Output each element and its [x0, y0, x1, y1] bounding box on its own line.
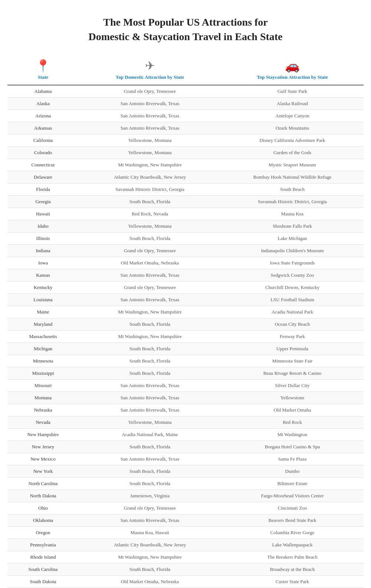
staycation-cell: Santa Fe Plaza — [221, 455, 364, 463]
state-cell: Nevada — [7, 419, 79, 426]
staycation-cell: Gulf State Park — [221, 88, 364, 95]
staycation-cell: Alaska Railroad — [221, 100, 364, 107]
table-row: Iowa Old Market Omaha, Nebraska Iowa Sta… — [7, 257, 364, 269]
domestic-cell: South Beach, Florida — [79, 370, 221, 377]
domestic-cell: Jamestown, Virginia — [79, 492, 221, 500]
table-row: Alaska San Antonio Riverwalk, Texas Alas… — [7, 98, 364, 110]
state-cell: New Mexico — [7, 455, 79, 463]
staycation-cell: Beau Rivage Resort & Casino — [221, 370, 364, 377]
state-cell: Montana — [7, 394, 79, 402]
plane-icon: ✈ — [145, 59, 155, 73]
state-cell: Minnesota — [7, 357, 79, 365]
table-row: North Dakota Jamestown, Virginia Fargo-M… — [7, 490, 364, 502]
domestic-cell: South Beach, Florida — [79, 321, 221, 328]
staycation-cell: Mauna Kea — [221, 210, 364, 218]
state-cell: Georgia — [7, 198, 79, 205]
domestic-cell: Mt Washington, New Hampshire — [79, 308, 221, 316]
state-cell: Florida — [7, 186, 79, 193]
staycation-cell: Indianapolis Children's Museum — [221, 247, 364, 254]
domestic-cell: Atlantic City Boardwalk, New Jersey — [79, 173, 221, 181]
table-row: Nevada Yellowstone, Montana Red Rock — [7, 416, 364, 429]
staycation-cell: Mt Washington — [221, 431, 364, 438]
staycation-cell: Yellowstone — [221, 394, 364, 402]
domestic-cell: Grand ole Opry, Tennessee — [79, 247, 221, 254]
state-cell: Hawaii — [7, 210, 79, 218]
state-cell: Arizona — [7, 112, 79, 120]
table-row: Louisiana San Antonio Riverwalk, Texas L… — [7, 294, 364, 306]
staycation-icon-cell: 🚗 Top Staycation Attraction by State — [221, 59, 364, 82]
table-row: Kentucky Grand ole Opry, Tennessee Churc… — [7, 282, 364, 294]
state-cell: Oregon — [7, 529, 79, 536]
state-cell: Arkansas — [7, 124, 79, 132]
staycation-cell: Garden of the Gods — [221, 149, 364, 156]
table-row: Massachusetts Mt Washington, New Hampshi… — [7, 331, 364, 343]
staycation-cell: Savannah Historic District, Georgia — [221, 198, 364, 205]
domestic-cell: Atlantic City Boardwalk, New Jersey — [79, 541, 221, 549]
staycation-cell: Shoshone Falls Park — [221, 222, 364, 230]
state-cell: California — [7, 137, 79, 144]
state-cell: South Dakota — [7, 578, 79, 585]
table-row: Illinois South Beach, Florida Lake Michi… — [7, 233, 364, 245]
table-row: South Carolina South Beach, Florida Broa… — [7, 563, 364, 576]
table-row: Montana San Antonio Riverwalk, Texas Yel… — [7, 392, 364, 404]
domestic-cell: Old Market Omaha, Nebraska — [79, 578, 221, 585]
staycation-cell: Ozark Mountains — [221, 124, 364, 132]
staycation-cell: Dumbo — [221, 468, 364, 475]
state-cell: Louisiana — [7, 296, 79, 303]
domestic-cell: Savannah Historic District, Georgia — [79, 186, 221, 193]
table-row: Alabama Grand ole Opry, Tennessee Gulf S… — [7, 85, 364, 98]
staycation-cell: Old Market Omaha — [221, 406, 364, 414]
staycation-cell: Red Rock — [221, 419, 364, 426]
table-row: Minnesota South Beach, Florida Minnesota… — [7, 355, 364, 367]
table-row: Oregon Mauna Kea, Hawaii Columbia River … — [7, 527, 364, 539]
table-row: Florida Savannah Historic District, Geor… — [7, 183, 364, 196]
table-row: Delaware Atlantic City Boardwalk, New Je… — [7, 171, 364, 183]
table-body: Alabama Grand ole Opry, Tennessee Gulf S… — [7, 85, 364, 588]
staycation-cell: Iowa State Fairgrounds — [221, 259, 364, 267]
location-icon: 📍 — [36, 59, 50, 73]
staycation-cell: Sedgwick County Zoo — [221, 272, 364, 279]
state-cell: Oklahoma — [7, 517, 79, 524]
table-row: Michigan South Beach, Florida Upper Peni… — [7, 343, 364, 355]
table-row: New Mexico San Antonio Riverwalk, Texas … — [7, 453, 364, 465]
domestic-cell: San Antonio Riverwalk, Texas — [79, 517, 221, 524]
domestic-column-header: Top Domestic Attraction by State — [116, 74, 184, 80]
state-cell: Idaho — [7, 222, 79, 230]
domestic-cell: Yellowstone, Montana — [79, 222, 221, 230]
state-cell: Michigan — [7, 345, 79, 353]
domestic-cell: South Beach, Florida — [79, 198, 221, 205]
page: The Most Popular US Attractions for Dome… — [0, 0, 371, 588]
staycation-cell: Custer State Park — [221, 578, 364, 585]
domestic-icon-cell: ✈ Top Domestic Attraction by State — [79, 59, 221, 82]
table-row: South Dakota Old Market Omaha, Nebraska … — [7, 576, 364, 588]
staycation-cell: Broadway at the Beach — [221, 566, 364, 573]
staycation-column-header: Top Staycation Attraction by State — [257, 74, 328, 80]
staycation-cell: Cincinnati Zoo — [221, 504, 364, 512]
domestic-cell: Grand ole Opry, Tennessee — [79, 504, 221, 512]
state-cell: Pennsylvania — [7, 541, 79, 549]
table-row: Colorado Yellowstone, Montana Garden of … — [7, 147, 364, 159]
state-cell: Colorado — [7, 149, 79, 156]
table-row: Maine Mt Washington, New Hampshire Acadi… — [7, 306, 364, 318]
domestic-cell: San Antonio Riverwalk, Texas — [79, 272, 221, 279]
state-icon-cell: 📍 State — [7, 59, 79, 82]
table-row: Connecticut Mt Washington, New Hampshire… — [7, 159, 364, 171]
table-row: North Carolina South Beach, Florida Bilt… — [7, 478, 364, 490]
state-cell: Indiana — [7, 247, 79, 254]
table-row: New Hampshire Acadia National Park, Main… — [7, 429, 364, 441]
state-cell: Connecticut — [7, 161, 79, 169]
domestic-cell: South Beach, Florida — [79, 443, 221, 451]
staycation-cell: Churchill Downs, Kentucky — [221, 284, 364, 291]
table-row: Oklahoma San Antonio Riverwalk, Texas Be… — [7, 514, 364, 527]
table-row: Kansas San Antonio Riverwalk, Texas Sedg… — [7, 269, 364, 282]
domestic-cell: San Antonio Riverwalk, Texas — [79, 394, 221, 402]
table-row: Missouri San Antonio Riverwalk, Texas Si… — [7, 380, 364, 392]
staycation-cell: Biltmore Estate — [221, 480, 364, 487]
car-icon: 🚗 — [285, 59, 300, 73]
attractions-table: 📍 State ✈ Top Domestic Attraction by Sta… — [7, 59, 364, 588]
domestic-cell: Yellowstone, Montana — [79, 149, 221, 156]
domestic-cell: South Beach, Florida — [79, 345, 221, 353]
state-cell: Kansas — [7, 272, 79, 279]
staycation-cell: The Breakers Palm Beach — [221, 553, 364, 561]
table-row: Indiana Grand ole Opry, Tennessee Indian… — [7, 245, 364, 257]
